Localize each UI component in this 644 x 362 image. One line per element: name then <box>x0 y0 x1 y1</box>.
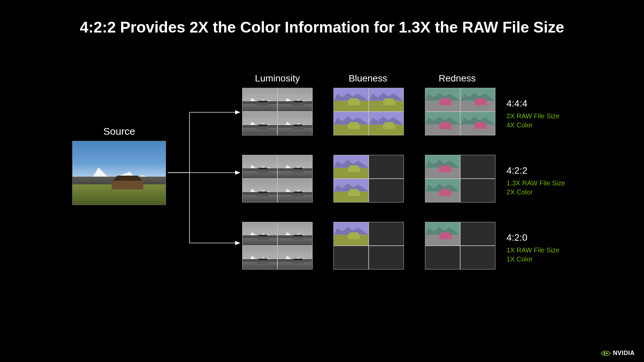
color-text: 4X Color <box>506 121 607 130</box>
subsample-quad-tl <box>333 155 369 179</box>
subsample-quad-tr <box>460 88 495 112</box>
format-name: 4:2:0 <box>506 232 607 243</box>
nvidia-logo: NVIDIA <box>601 350 635 357</box>
subsample-quad-br-empty <box>369 179 404 202</box>
subsample-quad-tl <box>425 155 460 179</box>
brand-text: NVIDIA <box>613 350 635 357</box>
subsample-quad-tl <box>242 222 277 246</box>
source-label: Source <box>103 126 135 137</box>
subsample-quad-br <box>460 112 495 135</box>
subsample-quad-br <box>277 179 313 202</box>
branch-arrows <box>166 107 243 253</box>
subsample-quad-tr-empty <box>460 222 495 246</box>
subsample-quad-bl <box>242 112 277 135</box>
nvidia-eye-icon <box>601 350 611 357</box>
redness-grid <box>425 222 495 269</box>
format-name: 4:2:2 <box>506 165 607 176</box>
redness-grid <box>425 88 495 135</box>
subsample-quad-br <box>277 246 313 269</box>
subsample-quad-tl <box>425 88 460 112</box>
subsample-quad-bl <box>333 112 369 135</box>
subsample-quad-tr-empty <box>369 222 404 246</box>
file-size-text: 1.3X RAW File Size <box>506 179 607 188</box>
column-header-redness: Redness <box>422 73 492 84</box>
slide-title: 4:2:2 Provides 2X the Color Information … <box>0 18 644 36</box>
column-header-luminosity: Luminosity <box>242 73 313 84</box>
file-size-text: 1X RAW File Size <box>506 246 607 255</box>
luminosity-grid <box>242 88 313 135</box>
subsample-quad-bl <box>425 112 460 135</box>
subsample-quad-tr <box>277 222 313 246</box>
subsample-quad-tl <box>242 155 277 179</box>
column-header-blueness: Blueness <box>333 73 403 84</box>
format-name: 4:4:4 <box>506 98 607 109</box>
subsample-quad-bl <box>333 179 369 202</box>
subsample-quad-tl <box>333 222 369 246</box>
subsample-quad-tr-empty <box>369 155 404 179</box>
slide: 4:2:2 Provides 2X the Color Information … <box>0 0 644 362</box>
blueness-grid <box>333 155 404 202</box>
row-420 <box>242 222 495 269</box>
subsample-quad-br <box>277 112 313 135</box>
svg-point-0 <box>606 352 608 354</box>
blueness-grid <box>333 222 404 269</box>
row-444-label: 4:4:4 2X RAW File Size 4X Color <box>506 98 607 130</box>
row-422-label: 4:2:2 1.3X RAW File Size 2X Color <box>506 165 607 197</box>
subsample-quad-bl-empty <box>333 246 369 269</box>
source-image <box>72 141 166 205</box>
subsample-quad-tl <box>333 88 369 112</box>
subsample-quad-tr-empty <box>460 155 495 179</box>
subsample-quad-bl <box>242 179 277 202</box>
subsample-quad-tl <box>425 222 460 246</box>
subsample-quad-tr <box>369 88 404 112</box>
row-422 <box>242 155 495 202</box>
subsample-quad-tr <box>277 88 313 112</box>
file-size-text: 2X RAW File Size <box>506 112 607 121</box>
subsample-quad-bl-empty <box>425 246 460 269</box>
color-text: 2X Color <box>506 188 607 197</box>
subsample-quad-br-empty <box>369 246 404 269</box>
subsample-quad-br-empty <box>460 246 495 269</box>
color-text: 1X Color <box>506 255 607 264</box>
luminosity-grid <box>242 222 313 269</box>
subsample-quad-tr <box>277 155 313 179</box>
subsample-quad-br <box>369 112 404 135</box>
subsample-quad-br-empty <box>460 179 495 202</box>
redness-grid <box>425 155 495 202</box>
luminosity-grid <box>242 155 313 202</box>
subsample-quad-bl <box>242 246 277 269</box>
row-420-label: 4:2:0 1X RAW File Size 1X Color <box>506 232 607 264</box>
subsample-quad-bl <box>425 179 460 202</box>
row-444 <box>242 88 495 135</box>
blueness-grid <box>333 88 404 135</box>
subsample-quad-tl <box>242 88 277 112</box>
